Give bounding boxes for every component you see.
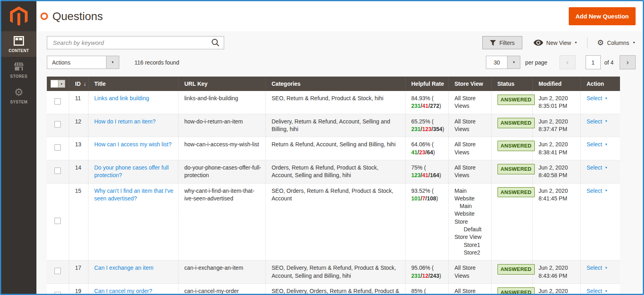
sidebar-item-label: SYSTEM bbox=[10, 100, 28, 104]
row-select-action[interactable]: Select▼ bbox=[587, 118, 608, 125]
cell-id: 17 bbox=[69, 261, 88, 284]
row-select-action[interactable]: Select▼ bbox=[587, 141, 608, 148]
column-header-url-key[interactable]: URL Key bbox=[178, 77, 265, 91]
cell-categories: Orders, Return & Refund, Product & Stock… bbox=[265, 160, 405, 183]
row-select-action[interactable]: Select▼ bbox=[587, 264, 608, 272]
page-number-input[interactable] bbox=[586, 55, 601, 69]
upvotes: 231 bbox=[411, 126, 421, 132]
question-title-link[interactable]: Why can't I find an item that I've seen … bbox=[94, 188, 174, 202]
columns-control[interactable]: ⚙ Columns ▼ bbox=[597, 39, 636, 46]
select-all-caret-icon: ▼ bbox=[58, 80, 65, 87]
question-title-link[interactable]: How can I access my wish list? bbox=[94, 141, 172, 148]
chevron-left-icon: ‹ bbox=[566, 58, 569, 67]
column-header-modified[interactable]: Modified bbox=[532, 77, 580, 91]
sidebar-item-label: CONTENT bbox=[8, 48, 29, 53]
cell-modified: Jun 2, 20208:37:47 PM bbox=[532, 114, 580, 137]
main-content: Questions Add New Question bbox=[36, 1, 643, 294]
status-badge: ANSWERED bbox=[498, 164, 535, 174]
filters-button[interactable]: Filters bbox=[482, 36, 522, 49]
chevron-down-icon: ▼ bbox=[604, 267, 608, 270]
question-title-link[interactable]: How do I return an item? bbox=[94, 118, 156, 125]
per-page-select[interactable]: 30 ▼ bbox=[486, 56, 520, 69]
sidebar-item-content[interactable]: CONTENT bbox=[1, 31, 36, 57]
chevron-down-icon: ▼ bbox=[604, 166, 608, 170]
cell-url-key: why-cant-i-find-an-item-that-ive-seen-ad… bbox=[178, 183, 265, 261]
columns-label: Columns bbox=[607, 40, 629, 46]
cell-id: 11 bbox=[69, 91, 88, 114]
table-row: 15 Why can't I find an item that I've se… bbox=[47, 183, 620, 261]
cell-helpful-rate: 64.06% (41/23/64) bbox=[405, 137, 448, 160]
cell-categories: SEO, Orders, Return & Refund, Product & … bbox=[265, 183, 405, 261]
row-select-action[interactable]: Select▼ bbox=[587, 164, 608, 172]
table-row: 14 Do your phone cases offer full protec… bbox=[47, 160, 620, 183]
cell-store-view: All Store Views bbox=[448, 283, 491, 294]
column-header-categories[interactable]: Categories bbox=[265, 77, 405, 91]
upvotes: 101 bbox=[411, 195, 421, 202]
cell-url-key: how-can-i-access-my-wish-list bbox=[178, 137, 265, 160]
cell-id: 12 bbox=[69, 114, 88, 137]
cell-store-view: All Store Views bbox=[448, 160, 491, 183]
page-title: Questions bbox=[52, 10, 103, 23]
eye-icon bbox=[534, 40, 543, 46]
question-title-link[interactable]: Can I cancel my order? bbox=[94, 288, 152, 294]
grid-action-row: Actions ▼ 116 records found 30 ▼ per pag… bbox=[47, 55, 636, 69]
magento-logo[interactable] bbox=[1, 1, 36, 31]
content-icon bbox=[14, 35, 24, 46]
select-all-control[interactable]: ▼ bbox=[50, 80, 65, 88]
new-view-label: New View bbox=[546, 40, 571, 46]
previous-page-button[interactable]: ‹ bbox=[560, 55, 576, 69]
row-checkbox[interactable] bbox=[54, 218, 61, 224]
table-row: 12 How do I return an item? how-do-i-ret… bbox=[47, 114, 620, 137]
row-checkbox[interactable] bbox=[54, 268, 61, 274]
search-input[interactable] bbox=[52, 39, 211, 46]
new-view-control[interactable]: New View ▼ bbox=[534, 40, 578, 46]
search-submit-button[interactable] bbox=[211, 38, 220, 47]
status-badge: ANSWERED bbox=[498, 141, 535, 151]
row-checkbox[interactable] bbox=[54, 121, 61, 127]
cell-store-view: All Store Views bbox=[448, 261, 491, 284]
row-select-action[interactable]: Select▼ bbox=[587, 187, 608, 195]
stores-icon bbox=[13, 61, 24, 72]
table-row: 17 Can I exchange an item can-i-exchange… bbox=[47, 261, 620, 284]
chevron-down-icon: ▼ bbox=[507, 56, 520, 69]
row-checkbox[interactable] bbox=[54, 168, 61, 174]
next-page-button[interactable]: › bbox=[620, 55, 636, 69]
sidebar-item-system[interactable]: ⚙ SYSTEM bbox=[1, 83, 36, 108]
status-badge: ANSWERED bbox=[498, 287, 535, 294]
cell-store-view: All Store Views bbox=[448, 137, 491, 160]
column-header-title[interactable]: Title bbox=[88, 77, 178, 91]
column-header-store-view[interactable]: Store View bbox=[448, 77, 491, 91]
column-header-id[interactable]: ID↓ bbox=[69, 77, 88, 91]
cell-categories: SEO, Return & Refund, Product & Stock, h… bbox=[265, 91, 405, 114]
actions-select-value: Actions bbox=[47, 56, 106, 69]
row-checkbox[interactable] bbox=[54, 292, 61, 294]
upvotes: 123 bbox=[411, 172, 421, 178]
question-title-link[interactable]: Do your phone cases offer full protectio… bbox=[94, 164, 169, 178]
cell-id: 13 bbox=[69, 137, 88, 160]
cell-modified: Jun 2, 20208:38:41 PM bbox=[532, 137, 580, 160]
sidebar-item-stores[interactable]: STORES bbox=[1, 57, 36, 83]
add-new-question-button[interactable]: Add New Question bbox=[569, 7, 636, 25]
column-header-status[interactable]: Status bbox=[491, 77, 532, 91]
cell-helpful-rate: 93.52% (101/7/108) bbox=[405, 183, 448, 261]
cell-helpful-rate: 84.93% (231/41/272) bbox=[405, 91, 448, 114]
cell-modified: Jun 2, 20208:43:46 PM bbox=[532, 261, 580, 284]
downvotes: 41 bbox=[422, 172, 429, 178]
chevron-down-icon: ▼ bbox=[604, 97, 608, 100]
row-select-action[interactable]: Select▼ bbox=[587, 95, 608, 102]
question-title-link[interactable]: Links and link building bbox=[94, 95, 149, 101]
magento-logo-icon bbox=[10, 6, 28, 27]
column-header-action: Action bbox=[580, 77, 620, 91]
row-checkbox[interactable] bbox=[54, 144, 61, 151]
questions-grid: ▼ ID↓ Title URL Key Categories Helpful R… bbox=[47, 77, 620, 294]
page-total-label: of 4 bbox=[604, 59, 614, 66]
upvotes: 41 bbox=[411, 149, 418, 156]
question-title-link[interactable]: Can I exchange an item bbox=[94, 265, 154, 271]
row-checkbox[interactable] bbox=[54, 98, 61, 105]
column-header-helpful-rate[interactable]: Helpful Rate bbox=[405, 77, 448, 91]
actions-select[interactable]: Actions ▼ bbox=[47, 56, 119, 69]
row-select-action[interactable]: Select▼ bbox=[587, 287, 608, 294]
chevron-down-icon: ▼ bbox=[574, 41, 578, 44]
downvotes: 23 bbox=[419, 149, 425, 156]
total-votes: 354 bbox=[433, 126, 442, 132]
